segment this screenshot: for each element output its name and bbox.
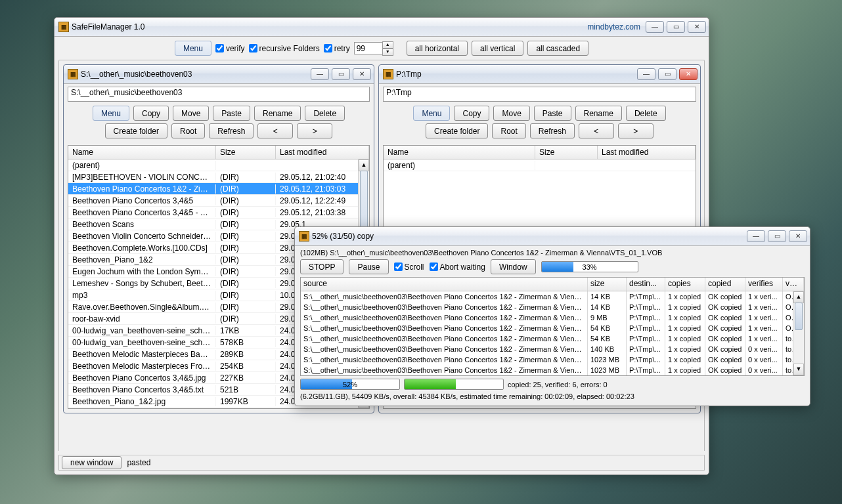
all-cascaded-button[interactable]: all cascaded bbox=[527, 41, 588, 56]
spin-up-icon: ▲ bbox=[382, 41, 393, 49]
col-name[interactable]: Name bbox=[68, 146, 216, 159]
create-folder-button[interactable]: Create folder bbox=[105, 123, 167, 138]
col-name[interactable]: Name bbox=[384, 146, 535, 159]
maximize-icon[interactable]: ▭ bbox=[332, 68, 350, 80]
main-title: SafeFileManager 1.0 bbox=[72, 22, 587, 32]
all-horizontal-button[interactable]: all horizontal bbox=[407, 41, 468, 56]
refresh-button[interactable]: Refresh bbox=[209, 123, 254, 138]
col-copies[interactable]: copies bbox=[665, 278, 705, 291]
delete-button[interactable]: Delete bbox=[305, 106, 345, 121]
root-button[interactable]: Root bbox=[492, 123, 525, 138]
col-size[interactable]: Size bbox=[216, 146, 276, 159]
table-row[interactable]: S:\__other\_music\beethoven03\Beethoven … bbox=[301, 344, 804, 354]
pane-right-title: P:\Tmp bbox=[396, 70, 637, 79]
all-vertical-button[interactable]: all vertical bbox=[472, 41, 523, 56]
minimize-icon[interactable]: — bbox=[311, 68, 329, 80]
path-input[interactable]: S:\__other\_music\beethoven03 bbox=[68, 87, 370, 102]
table-row[interactable]: S:\__other\_music\beethoven03\Beethoven … bbox=[301, 291, 804, 302]
rename-button[interactable]: Rename bbox=[575, 106, 622, 121]
minimize-icon[interactable]: — bbox=[747, 230, 765, 242]
current-file: (102MB) S:\__other\_music\beethoven03\Be… bbox=[300, 249, 805, 257]
minimize-icon[interactable]: — bbox=[646, 21, 664, 33]
scrollbar[interactable]: ▲ ▼ bbox=[793, 291, 804, 375]
scroll-down-icon: ▼ bbox=[793, 364, 804, 375]
root-button[interactable]: Root bbox=[171, 123, 205, 138]
minimize-icon[interactable]: — bbox=[637, 68, 655, 80]
maximize-icon[interactable]: ▭ bbox=[658, 68, 676, 80]
forward-button[interactable]: > bbox=[297, 123, 332, 138]
close-icon[interactable]: ✕ bbox=[789, 230, 807, 242]
transfer-progress bbox=[404, 379, 504, 390]
close-icon[interactable]: ✕ bbox=[688, 21, 706, 33]
refresh-button[interactable]: Refresh bbox=[530, 123, 575, 138]
col-modified[interactable]: Last modified bbox=[276, 146, 369, 159]
col-verified[interactable]: verified bbox=[783, 278, 804, 291]
folder-icon: ▦ bbox=[68, 69, 78, 79]
table-row[interactable]: S:\__other\_music\beethoven03\Beethoven … bbox=[301, 312, 804, 323]
back-button[interactable]: < bbox=[579, 123, 614, 138]
maximize-icon[interactable]: ▭ bbox=[667, 21, 685, 33]
table-row[interactable]: [MP3]BEETHOVEN - VIOLIN CONCERTO - ...(D… bbox=[68, 171, 369, 183]
pane-menu-button[interactable]: Menu bbox=[93, 106, 129, 121]
app-icon: ▦ bbox=[299, 231, 309, 242]
table-row[interactable]: S:\__other\_music\beethoven03\Beethoven … bbox=[301, 333, 804, 344]
counts-text: copied: 25, verified: 6, errors: 0 bbox=[508, 381, 608, 388]
pane-right-titlebar[interactable]: ▦ P:\Tmp — ▭ ✕ bbox=[379, 65, 700, 84]
stop-button[interactable]: STOPP bbox=[300, 259, 343, 274]
pane-menu-button[interactable]: Menu bbox=[413, 106, 450, 121]
progress-window: ▦ 52% (31/50) copy — ▭ ✕ (102MB) S:\__ot… bbox=[294, 226, 810, 406]
verify-checkbox[interactable]: verify bbox=[215, 44, 245, 53]
table-row[interactable]: S:\__other\_music\beethoven03\Beethoven … bbox=[301, 323, 804, 333]
table-row[interactable]: Beethoven Piano Concertos 3,4&5(DIR)29.0… bbox=[68, 195, 369, 207]
table-row[interactable]: Beethoven Piano Concertos 3,4&5 - Zimer.… bbox=[68, 207, 369, 219]
scroll-up-icon: ▲ bbox=[359, 159, 369, 171]
table-row[interactable]: (parent) bbox=[384, 159, 696, 171]
back-button[interactable]: < bbox=[257, 123, 293, 138]
maximize-icon[interactable]: ▭ bbox=[768, 230, 786, 242]
paste-button[interactable]: Paste bbox=[534, 106, 571, 121]
recursive-checkbox[interactable]: recursive Folders bbox=[249, 44, 320, 53]
retry-checkbox[interactable]: retry bbox=[324, 44, 350, 53]
pause-button[interactable]: Pause bbox=[349, 259, 388, 274]
col-dest[interactable]: destin... bbox=[627, 278, 665, 291]
scroll-checkbox[interactable]: Scroll bbox=[394, 262, 424, 272]
window-button[interactable]: Window bbox=[491, 259, 536, 274]
pane-left-title: S:\__other\_music\beethoven03 bbox=[81, 70, 311, 79]
col-verifies[interactable]: verifies bbox=[745, 278, 783, 291]
new-window-button[interactable]: new window bbox=[62, 456, 122, 469]
col-size[interactable]: Size bbox=[535, 146, 598, 159]
table-row[interactable]: S:\__other\_music\beethoven03\Beethoven … bbox=[301, 365, 804, 375]
table-row[interactable]: (parent) bbox=[68, 159, 369, 171]
col-size[interactable]: size bbox=[588, 278, 627, 291]
close-icon[interactable]: ✕ bbox=[679, 68, 698, 80]
table-row[interactable]: S:\__other\_music\beethoven03\Beethoven … bbox=[301, 354, 804, 365]
table-row[interactable]: Beethoven Piano Concertos 1&2 - Zimerm..… bbox=[68, 183, 369, 195]
col-copied[interactable]: copied bbox=[705, 278, 745, 291]
copy-button[interactable]: Copy bbox=[454, 106, 489, 121]
abort-checkbox[interactable]: Abort waiting bbox=[430, 262, 485, 272]
move-button[interactable]: Move bbox=[173, 106, 209, 121]
path-input[interactable]: P:\Tmp bbox=[383, 87, 696, 102]
transfer-table[interactable]: source size destin... copies copied veri… bbox=[300, 277, 805, 376]
spin-down-icon: ▼ bbox=[382, 49, 393, 56]
table-row[interactable]: Beethoven_Piano_1&2.txt501B24.05.1 bbox=[68, 408, 369, 408]
retry-count-spinner[interactable]: ▲▼ bbox=[354, 41, 393, 56]
close-icon[interactable]: ✕ bbox=[353, 68, 371, 80]
main-titlebar[interactable]: ▦ SafeFileManager 1.0 mindbytez.com — ▭ … bbox=[55, 18, 709, 37]
paste-button[interactable]: Paste bbox=[213, 106, 250, 121]
menu-button[interactable]: Menu bbox=[175, 41, 211, 56]
pane-left-titlebar[interactable]: ▦ S:\__other\_music\beethoven03 — ▭ ✕ bbox=[64, 65, 374, 84]
table-row[interactable]: S:\__other\_music\beethoven03\Beethoven … bbox=[301, 302, 804, 312]
progress-titlebar[interactable]: ▦ 52% (31/50) copy — ▭ ✕ bbox=[295, 227, 810, 246]
forward-button[interactable]: > bbox=[618, 123, 654, 138]
create-folder-button[interactable]: Create folder bbox=[426, 123, 488, 138]
rename-button[interactable]: Rename bbox=[254, 106, 301, 121]
scroll-thumb bbox=[795, 303, 803, 330]
vendor-link[interactable]: mindbytez.com bbox=[587, 22, 640, 32]
copy-button[interactable]: Copy bbox=[133, 106, 169, 121]
move-button[interactable]: Move bbox=[493, 106, 529, 121]
col-modified[interactable]: Last modified bbox=[598, 146, 696, 159]
total-progress: 52% bbox=[300, 379, 400, 390]
col-source[interactable]: source bbox=[301, 278, 588, 291]
delete-button[interactable]: Delete bbox=[626, 106, 666, 121]
